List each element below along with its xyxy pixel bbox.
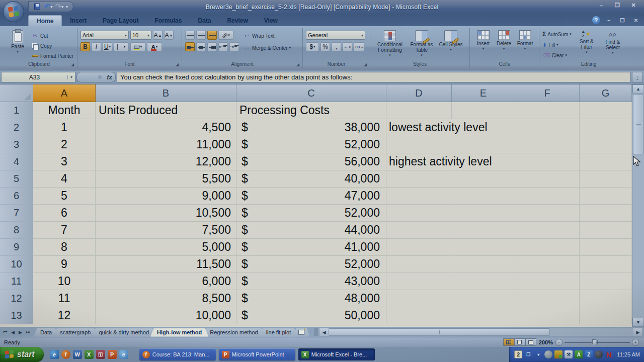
cell-d3[interactable] bbox=[386, 136, 452, 153]
scroll-down-button[interactable]: ▼ bbox=[632, 318, 644, 327]
vertical-scrollbar[interactable]: ▲ ▼ bbox=[632, 84, 644, 327]
cell-a6[interactable]: 5 bbox=[33, 188, 96, 205]
orientation-button[interactable]: ab▾ bbox=[218, 31, 233, 40]
vertical-scroll-thumb[interactable] bbox=[633, 94, 643, 154]
cell-g3[interactable] bbox=[580, 136, 632, 153]
comma-style-button[interactable]: , bbox=[332, 42, 341, 51]
cell-b10[interactable]: 11,500 bbox=[96, 256, 236, 273]
merge-center-button[interactable]: ⇔Merge & Center▾ bbox=[243, 43, 291, 52]
column-header-g[interactable]: G bbox=[580, 84, 632, 102]
cell-b9[interactable]: 5,000 bbox=[96, 239, 236, 256]
row-header-6[interactable]: 6 bbox=[0, 188, 33, 205]
row-header-13[interactable]: 13 bbox=[0, 307, 33, 324]
cell-a7[interactable]: 6 bbox=[33, 205, 96, 222]
increase-indent-button[interactable]: ⇥ bbox=[229, 42, 239, 51]
task-button-course-ba-213-man[interactable]: Course: BA 213: Man... bbox=[139, 348, 216, 360]
cell-e9[interactable] bbox=[452, 239, 515, 256]
paste-button[interactable]: Paste ▾ bbox=[4, 29, 31, 60]
cut-button[interactable]: ✂Cut bbox=[31, 31, 73, 40]
cell-a8[interactable]: 7 bbox=[33, 222, 96, 239]
tab-home[interactable]: Home bbox=[28, 15, 62, 26]
cell-c1[interactable]: Processing Costs bbox=[236, 102, 386, 119]
cell-b11[interactable]: 6,000 bbox=[96, 273, 236, 290]
align-center-button[interactable] bbox=[196, 42, 206, 51]
number-dialog-launcher[interactable]: ◢ bbox=[364, 62, 369, 68]
column-header-c[interactable]: C bbox=[236, 84, 386, 102]
cell-g8[interactable] bbox=[580, 222, 632, 239]
name-box[interactable]: A33 ▾ bbox=[1, 72, 75, 82]
font-color-button[interactable]: A▾ bbox=[147, 42, 162, 51]
cell-f12[interactable] bbox=[515, 290, 580, 307]
start-button[interactable]: start bbox=[0, 347, 44, 362]
office-button[interactable] bbox=[3, 1, 24, 22]
cell-d5[interactable] bbox=[386, 170, 452, 188]
zoom-slider-track[interactable] bbox=[565, 342, 630, 343]
cell-g11[interactable] bbox=[580, 273, 632, 290]
powerpoint-icon[interactable] bbox=[108, 350, 117, 359]
column-header-b[interactable]: B bbox=[96, 84, 236, 102]
expand-formula-bar-button[interactable]: ⌄⌄ bbox=[632, 72, 643, 82]
column-header-d[interactable]: D bbox=[386, 84, 452, 102]
zip-icon[interactable] bbox=[585, 350, 593, 358]
row-header-2[interactable]: 2 bbox=[0, 119, 33, 136]
tab-page-layout[interactable]: Page Layout bbox=[95, 15, 146, 26]
cell-b7[interactable]: 10,500 bbox=[96, 205, 236, 222]
cell-c8[interactable]: $44,000 bbox=[236, 222, 386, 239]
news-icon[interactable] bbox=[605, 350, 613, 358]
internet-explorer-icon[interactable] bbox=[50, 350, 59, 359]
cell-styles-button[interactable]: Cell Styles ▾ bbox=[437, 29, 465, 60]
fill-color-button[interactable]: ▾ bbox=[130, 42, 145, 51]
cell-c4[interactable]: $56,000 bbox=[236, 153, 386, 170]
workbook-minimize-button[interactable]: – bbox=[604, 18, 614, 23]
format-painter-button[interactable]: Format Painter bbox=[31, 51, 73, 60]
borders-button[interactable]: ▾ bbox=[114, 42, 129, 51]
increase-decimal-button[interactable]: ←.0 bbox=[343, 42, 352, 51]
clipboard-dialog-launcher[interactable]: ◢ bbox=[71, 62, 76, 68]
cell-c3[interactable]: $52,000 bbox=[236, 136, 386, 153]
cell-a10[interactable]: 9 bbox=[33, 256, 96, 273]
cell-a9[interactable]: 8 bbox=[33, 239, 96, 256]
restore-icon[interactable] bbox=[524, 350, 532, 358]
cell-e8[interactable] bbox=[452, 222, 515, 239]
zoom-level[interactable]: 200% bbox=[539, 339, 553, 345]
cell-d9[interactable] bbox=[386, 239, 452, 256]
cell-b8[interactable]: 7,500 bbox=[96, 222, 236, 239]
cell-f5[interactable] bbox=[515, 170, 580, 188]
column-header-a[interactable]: A bbox=[33, 84, 96, 102]
cell-g12[interactable] bbox=[580, 290, 632, 307]
cell-d4[interactable]: highest activity level bbox=[386, 153, 452, 170]
cell-f9[interactable] bbox=[515, 239, 580, 256]
cell-b1[interactable]: Units Produced bbox=[96, 102, 236, 119]
customize-qat-button[interactable]: ▾ bbox=[66, 5, 68, 9]
row-header-9[interactable]: 9 bbox=[0, 239, 33, 256]
cell-d10[interactable] bbox=[386, 256, 452, 273]
row-header-3[interactable]: 3 bbox=[0, 136, 33, 153]
clear-button[interactable]: ⌫Clear▾ bbox=[542, 51, 572, 60]
previous-sheet-button[interactable]: ◀ bbox=[10, 330, 16, 335]
cell-c11[interactable]: $43,000 bbox=[236, 273, 386, 290]
cell-b2[interactable]: 4,500 bbox=[96, 119, 236, 136]
alignment-dialog-launcher[interactable]: ◢ bbox=[296, 62, 301, 68]
autosum-button[interactable]: ΣAutoSum▾ bbox=[542, 30, 572, 39]
zoom-out-button[interactable]: − bbox=[555, 339, 562, 346]
cell-g1[interactable] bbox=[580, 102, 632, 119]
copy-button[interactable]: Copy bbox=[31, 41, 73, 50]
workbook-restore-button[interactable]: ❐ bbox=[617, 18, 627, 23]
zoom-in-button[interactable]: + bbox=[632, 339, 639, 346]
hide-icon[interactable] bbox=[534, 350, 542, 358]
cell-f7[interactable] bbox=[515, 205, 580, 222]
cell-f4[interactable] bbox=[515, 153, 580, 170]
task-button-microsoft-excel-bre[interactable]: Microsoft Excel - Bre... bbox=[298, 348, 375, 360]
cell-a13[interactable]: 12 bbox=[33, 307, 96, 324]
cell-c9[interactable]: $41,000 bbox=[236, 239, 386, 256]
cell-a2[interactable]: 1 bbox=[33, 119, 96, 136]
save-button[interactable] bbox=[33, 2, 42, 11]
cell-e7[interactable] bbox=[452, 205, 515, 222]
cell-d7[interactable] bbox=[386, 205, 452, 222]
help-button[interactable]: ? bbox=[592, 16, 600, 24]
tools-icon[interactable] bbox=[565, 350, 573, 358]
row-header-4[interactable]: 4 bbox=[0, 153, 33, 170]
column-header-f[interactable]: F bbox=[515, 84, 580, 102]
cell-c5[interactable]: $40,000 bbox=[236, 170, 386, 188]
cell-g5[interactable] bbox=[580, 170, 632, 188]
